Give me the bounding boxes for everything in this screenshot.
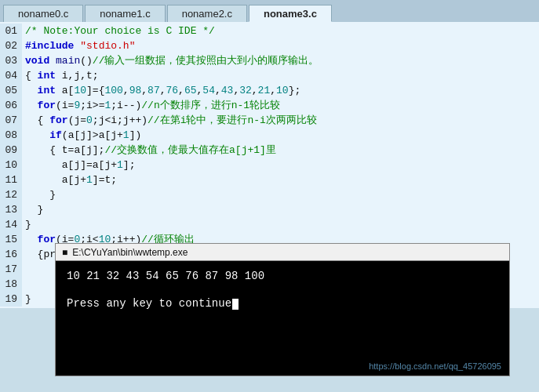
line-number: 09	[0, 143, 22, 158]
line-number: 16	[0, 247, 22, 262]
console-titlebar: ■ E:\CYuYan\bin\wwtemp.exe	[55, 243, 510, 260]
line-content: if(a[j]>a[j+1])	[22, 128, 539, 143]
code-line-12: 12 }	[0, 187, 539, 202]
line-content: { for(j=0;j<i;j++)//在第i轮中，要进行n-i次两两比较	[22, 113, 539, 128]
line-content: /* Note:Your choice is C IDE */	[22, 24, 539, 38]
code-line-13: 13 }	[0, 202, 539, 217]
code-line-05: 05 int a[10]={100,98,87,76,65,54,43,32,2…	[0, 83, 539, 98]
cursor-icon	[232, 299, 239, 310]
console-title: E:\CYuYan\bin\wwtemp.exe	[72, 247, 188, 258]
code-line-07: 07 { for(j=0;j<i;j++)//在第i轮中，要进行n-i次两两比较	[0, 113, 539, 128]
console-body: 10 21 32 43 54 65 76 87 98 100 Press any…	[55, 260, 510, 376]
line-number: 02	[0, 38, 22, 53]
line-content: for(i=9;i>=1;i--)//n个数排序，进行n-1轮比较	[22, 98, 539, 113]
line-number: 06	[0, 98, 22, 113]
line-content: { int i,j,t;	[22, 68, 539, 83]
line-content: void main()//输入一组数据，使其按照由大到小的顺序输出。	[22, 53, 539, 68]
console-prompt-text: Press any key to continue	[67, 297, 231, 310]
code-line-03: 03void main()//输入一组数据，使其按照由大到小的顺序输出。	[0, 53, 539, 68]
line-number: 18	[0, 277, 22, 292]
watermark: https://blog.csdn.net/qq_45726095	[369, 361, 501, 371]
line-number: 05	[0, 83, 22, 98]
line-content: }	[22, 217, 539, 232]
line-content: { t=a[j];//交换数值，使最大值存在a[j+1]里	[22, 143, 539, 158]
console-window: ■ E:\CYuYan\bin\wwtemp.exe 10 21 32 43 5…	[55, 243, 510, 376]
line-number: 19	[0, 292, 22, 307]
line-content: #include "stdio.h"	[22, 38, 539, 53]
code-line-09: 09 { t=a[j];//交换数值，使最大值存在a[j+1]里	[0, 143, 539, 158]
tab-noname1[interactable]: noname1.c	[85, 5, 165, 22]
code-line-02: 02#include "stdio.h"	[0, 38, 539, 53]
line-content: a[j+1]=t;	[22, 172, 539, 187]
line-number: 07	[0, 113, 22, 128]
line-number: 04	[0, 68, 22, 83]
line-number: 01	[0, 24, 22, 38]
code-line-14: 14}	[0, 217, 539, 232]
code-line-01: 01/* Note:Your choice is C IDE */	[0, 24, 539, 38]
line-number: 11	[0, 172, 22, 187]
code-line-08: 08 if(a[j]>a[j+1])	[0, 128, 539, 143]
tab-noname2[interactable]: noname2.c	[167, 5, 247, 22]
line-number: 13	[0, 202, 22, 217]
tab-noname3[interactable]: noname3.c	[249, 5, 332, 22]
line-number: 15	[0, 232, 22, 247]
line-number: 03	[0, 53, 22, 68]
code-line-11: 11 a[j+1]=t;	[0, 172, 539, 187]
line-number: 14	[0, 217, 22, 232]
line-content: int a[10]={100,98,87,76,65,54,43,32,21,1…	[22, 83, 539, 98]
code-line-06: 06 for(i=9;i>=1;i--)//n个数排序，进行n-1轮比较	[0, 98, 539, 113]
line-number: 17	[0, 262, 22, 277]
console-icon: ■	[62, 247, 67, 258]
console-prompt: Press any key to continue	[67, 297, 498, 310]
line-content: a[j]=a[j+1];	[22, 158, 539, 172]
line-content: }	[22, 187, 539, 202]
code-line-04: 04{ int i,j,t;	[0, 68, 539, 83]
line-number: 12	[0, 187, 22, 202]
tab-noname0[interactable]: noname0.c	[3, 5, 83, 22]
line-number: 08	[0, 128, 22, 143]
line-number: 10	[0, 158, 22, 172]
line-content: }	[22, 202, 539, 217]
tab-bar: noname0.cnoname1.cnoname2.cnoname3.c	[0, 0, 539, 22]
code-line-10: 10 a[j]=a[j+1];	[0, 158, 539, 172]
console-output: 10 21 32 43 54 65 76 87 98 100	[67, 267, 498, 285]
